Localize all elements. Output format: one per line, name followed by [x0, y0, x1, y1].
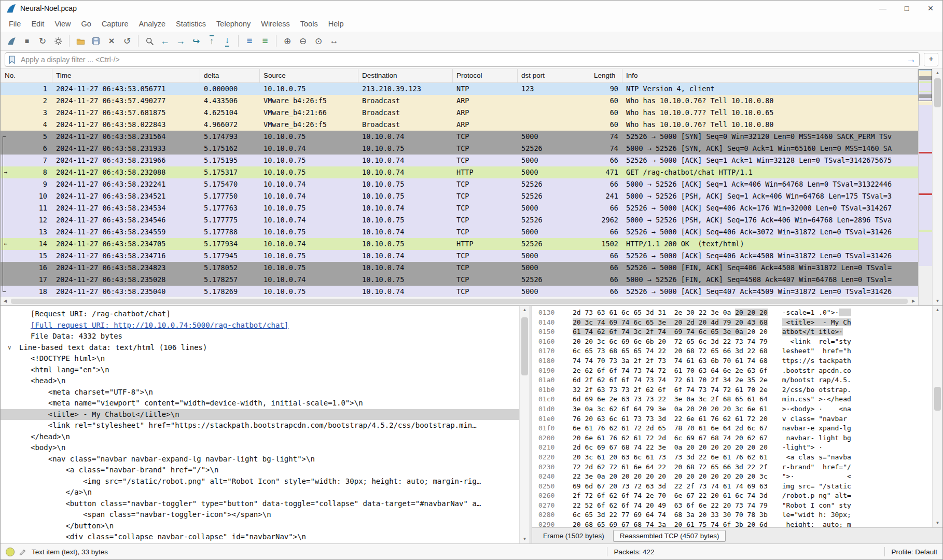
hscroll-track[interactable] [10, 297, 909, 305]
column-header-destination[interactable]: Destination [358, 69, 453, 82]
packet-row[interactable]: ←142024-11-27 06:43:58.2347055.17793410.… [1, 238, 918, 250]
hex-row[interactable]: 01a06d 2f 62 6f 6f 74 73 74 72 61 70 2f … [538, 375, 932, 385]
packet-row[interactable]: →82024-11-27 06:43:58.2320885.17531710.1… [1, 166, 918, 178]
details-vscroll-track[interactable] [520, 314, 530, 535]
detail-line[interactable]: ∨Line-based text data: text/html (106 li… [1, 342, 519, 354]
save-file-button[interactable] [89, 34, 103, 48]
minimize-button[interactable]: — [871, 1, 895, 16]
menu-statistics[interactable]: Statistics [171, 16, 211, 32]
hex-row[interactable]: 014020 3c 74 69 74 6c 65 3e 20 2d 20 4d … [538, 318, 932, 328]
detail-line[interactable]: <meta name="viewport" content="width=dev… [1, 398, 519, 409]
column-header-time[interactable]: Time [52, 69, 200, 82]
stop-capture-button[interactable]: ■ [20, 34, 34, 48]
menu-file[interactable]: File [4, 16, 26, 32]
hex-row[interactable]: 01706c 65 73 68 65 65 74 22 20 68 72 65 … [538, 346, 932, 356]
packet-row[interactable]: 42024-11-27 06:43:58.0228434.966072VMwar… [1, 119, 918, 131]
filter-bookmark-icon[interactable] [8, 55, 16, 64]
scroll-down-icon[interactable]: ▼ [933, 519, 942, 527]
packet-row[interactable]: 92024-11-27 06:43:58.2322415.17547010.10… [1, 178, 918, 190]
hex-row[interactable]: 025069 6d 67 20 73 72 63 3d 22 2f 73 74 … [538, 482, 932, 492]
detail-line[interactable]: <title> - My Chatbot</title>\n [1, 409, 519, 421]
menu-go[interactable]: Go [76, 16, 96, 32]
column-header-no[interactable]: No. [1, 69, 52, 82]
scroll-right-icon[interactable]: ▶ [909, 297, 918, 305]
detail-line[interactable]: [Request URI: /rag-chatbot/chat] [1, 309, 519, 320]
packet-row[interactable]: 122024-11-27 06:43:58.2345465.17777510.1… [1, 214, 918, 226]
detail-line[interactable]: <html lang="en">\n [1, 365, 519, 376]
detail-line[interactable]: <!DOCTYPE html>\n [1, 353, 519, 365]
hex-row[interactable]: 02602f 72 6f 62 6f 74 2e 70 6e 67 22 20 … [538, 491, 932, 501]
hex-row[interactable]: 01b032 2f 63 73 73 2f 62 6f 6f 74 73 74 … [538, 385, 932, 395]
column-header-source[interactable]: Source [260, 69, 358, 82]
packet-row[interactable]: 102024-11-27 06:43:58.2345215.17775010.1… [1, 190, 918, 202]
zoom-in-button[interactable]: ⊕ [280, 34, 295, 48]
hex-row[interactable]: 027022 52 6f 62 6f 74 20 49 63 6f 6e 22 … [538, 501, 932, 511]
packet-list-hscrollbar[interactable]: ◀ ▶ [1, 297, 918, 305]
hex-row[interactable]: 01302d 73 63 61 6c 65 3d 31 2e 30 22 3e … [538, 308, 932, 318]
packet-row[interactable]: 162024-11-27 06:43:58.2348235.17805210.1… [1, 262, 918, 274]
menu-help[interactable]: Help [323, 16, 349, 32]
packet-row[interactable]: 32024-11-27 06:43:57.6818754.625104VMwar… [1, 107, 918, 119]
hex-row[interactable]: 016020 20 3c 6c 69 6e 6b 20 72 65 6c 3d … [538, 337, 932, 347]
byte-view-tab-frame[interactable]: Frame (1502 bytes) [536, 530, 611, 542]
hex-row[interactable]: 022020 3c 61 20 63 6c 61 73 73 3d 22 6e … [538, 453, 932, 463]
detail-line[interactable]: </head>\n [1, 431, 519, 443]
scroll-up-icon[interactable]: ▲ [933, 69, 942, 77]
detail-line[interactable]: <div class="collapse navbar-collapse" id… [1, 531, 519, 543]
bytes-vscroll-track[interactable] [933, 314, 942, 519]
detail-line[interactable]: <head>\n [1, 375, 519, 387]
detail-line[interactable]: <link rel="stylesheet" href="https://sta… [1, 420, 519, 431]
hex-row[interactable]: 02102d 6c 69 67 68 74 22 3e 0a 20 20 20 … [538, 443, 932, 453]
detail-line[interactable]: </a>\n [1, 487, 519, 498]
packet-row[interactable]: 72024-11-27 06:43:58.2319665.17519510.10… [1, 155, 918, 166]
menu-capture[interactable]: Capture [96, 16, 134, 32]
go-last-packet-button[interactable]: ↓ [220, 34, 234, 48]
detail-line[interactable]: </button>\n [1, 521, 519, 532]
detail-line[interactable]: <button class="navbar-toggler" type="but… [1, 498, 519, 510]
details-vscroll-thumb[interactable] [521, 317, 528, 375]
hex-row[interactable]: 01f06e 61 76 62 61 72 2d 65 78 70 61 6e … [538, 424, 932, 433]
add-filter-button[interactable]: + [924, 53, 938, 66]
packet-row[interactable]: 52024-11-27 06:43:58.2315645.17479310.10… [1, 131, 918, 143]
detail-link[interactable]: [Full request URI: http://10.10.0.74:500… [1, 320, 519, 331]
capture-comment-icon[interactable] [19, 548, 26, 556]
menu-wireless[interactable]: Wireless [256, 16, 295, 32]
scroll-left-icon[interactable]: ◀ [1, 297, 10, 305]
scroll-up-icon[interactable]: ▲ [933, 306, 942, 314]
column-header-length[interactable]: Length [590, 69, 622, 82]
expand-twistie-icon[interactable]: ∨ [8, 342, 11, 354]
resize-columns-button[interactable]: ↔ [327, 34, 341, 48]
hex-row[interactable]: 024022 3e 0a 20 20 20 20 20 20 20 20 20 … [538, 472, 932, 482]
details-vscrollbar[interactable]: ▲ ▼ [519, 306, 530, 543]
display-filter-input[interactable] [20, 55, 903, 64]
hscroll-thumb[interactable] [11, 299, 908, 304]
menu-tools[interactable]: Tools [295, 16, 323, 32]
hex-row[interactable]: 02806c 65 3d 22 77 69 64 74 68 3a 20 33 … [538, 510, 932, 520]
packet-row[interactable]: 22024-11-27 06:43:57.4902774.433506VMwar… [1, 95, 918, 107]
packet-row[interactable]: 172024-11-27 06:43:58.2350285.17825710.1… [1, 274, 918, 286]
column-header-dst-port[interactable]: dst port [518, 69, 590, 82]
menu-edit[interactable]: Edit [26, 16, 49, 32]
column-header-info[interactable]: Info [622, 69, 918, 82]
zoom-original-button[interactable]: ⊙ [311, 34, 326, 48]
hex-row[interactable]: 029020 68 65 69 67 68 74 3a 20 61 75 74 … [538, 520, 932, 527]
restart-capture-button[interactable]: ↻ [35, 34, 50, 48]
byte-view-tab-reassembled-tcp[interactable]: Reassembled TCP (4507 bytes) [613, 530, 726, 542]
detail-line[interactable]: <span class="navbar-toggler-icon"></span… [1, 509, 519, 521]
capture-options-button[interactable] [51, 34, 65, 48]
column-header-delta[interactable]: delta [200, 69, 260, 82]
detail-line[interactable]: <img src="/static/robot.png" alt="Robot … [1, 476, 519, 487]
hex-row[interactable]: 01c06d 69 6e 2e 63 73 73 22 3e 0a 3c 2f … [538, 395, 932, 404]
hex-row[interactable]: 018074 74 70 73 3a 2f 2f 73 74 61 63 6b … [538, 356, 932, 366]
go-first-packet-button[interactable]: ↑ [204, 34, 219, 48]
packet-row[interactable]: 182024-11-27 06:43:58.2350405.17826910.1… [1, 286, 918, 297]
packet-minimap[interactable] [918, 69, 932, 305]
menu-analyze[interactable]: Analyze [133, 16, 171, 32]
detail-line[interactable]: <body>\n [1, 442, 519, 454]
bytes-vscroll-thumb[interactable] [934, 387, 941, 411]
colorize-packets-button[interactable]: ≡ [258, 34, 272, 48]
hex-row[interactable]: 01d03e 0a 3c 62 6f 64 79 3e 0a 20 20 20 … [538, 404, 932, 414]
reload-file-button[interactable]: ↺ [120, 34, 134, 48]
go-back-button[interactable]: ← [158, 34, 172, 48]
expert-info-icon[interactable] [6, 548, 15, 556]
